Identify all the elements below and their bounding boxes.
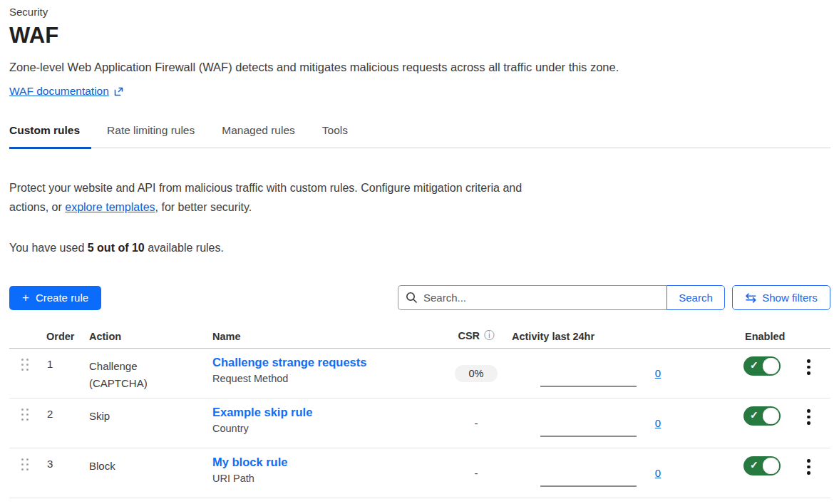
create-rule-label: Create rule [36,292,88,304]
enabled-toggle[interactable]: ✓ [743,456,781,475]
row-order: 3 [41,448,80,498]
search-icon [406,292,418,304]
tab-rate-limiting-rules[interactable]: Rate limiting rules [107,124,195,148]
show-filters-button[interactable]: ⇆ Show filters [732,285,830,310]
activity-cell [512,448,647,498]
header-enabled: Enabled [741,331,787,348]
activity-sparkline [540,386,637,387]
info-icon[interactable]: ⓘ [484,329,495,342]
check-icon: ✓ [750,409,758,421]
row-order: 1 [41,349,80,398]
enabled-toggle[interactable]: ✓ [743,356,781,376]
rule-field: Country [212,423,433,434]
toggle-knob [763,358,779,374]
page-description: Zone-level Web Application Firewall (WAF… [9,61,830,74]
rule-name-link[interactable]: Challenge strange requests [212,356,366,369]
toolbar: + Create rule Search ⇆ Show filters [9,285,830,310]
swap-arrows-icon: ⇆ [745,291,756,304]
external-link-icon [113,86,124,97]
show-filters-label: Show filters [762,292,818,304]
header-order: Order [41,331,80,348]
rule-action: Skip [80,398,203,448]
plus-icon: + [22,292,29,304]
table-header-row: Order Action Name CSR ⓘ Activity last 24… [9,325,830,349]
drag-handle[interactable] [9,448,41,498]
enabled-toggle[interactable]: ✓ [743,406,781,426]
breadcrumb: Security [9,6,830,18]
header-csr-label: CSR [458,330,480,341]
toggle-knob [763,458,779,474]
create-rule-button[interactable]: + Create rule [9,286,101,310]
rule-name-link[interactable]: Example skip rule [212,406,312,419]
intro-after: , for better security. [155,201,252,213]
tab-custom-rules[interactable]: Custom rules [9,124,80,148]
row-order: 2 [41,398,80,448]
usage-count: 5 out of 10 [88,242,145,254]
rule-field: Request Method [212,373,433,384]
waf-page: Security WAF Zone-level Web Application … [0,0,839,498]
rule-name-link[interactable]: My block rule [212,456,287,469]
header-action: Action [80,331,203,348]
activity-count-link[interactable]: 0 [655,417,661,429]
activity-cell [512,349,647,398]
header-activity: Activity last 24hr [512,331,647,348]
table-row: 3 Block My block rule URI Path - 0 ✓ [9,448,830,498]
usage-prefix: You have used [9,242,88,254]
rule-action: Challenge (CAPTCHA) [80,349,203,398]
csr-value: - [475,467,478,479]
kebab-menu-icon[interactable] [803,458,815,498]
rule-action: Block [80,448,203,498]
drag-handle-icon [21,458,29,470]
tab-managed-rules[interactable]: Managed rules [222,124,295,148]
activity-sparkline [540,485,637,487]
intro-text: Protect your website and API from malici… [9,178,540,217]
check-icon: ✓ [750,459,758,470]
tab-bar: Custom rules Rate limiting rules Managed… [9,124,830,148]
usage-text: You have used 5 out of 10 available rule… [9,242,830,254]
drag-handle-icon [21,408,29,421]
drag-handle[interactable] [9,349,41,398]
table-body: 1 Challenge (CAPTCHA) Challenge strange … [9,349,830,498]
explore-templates-link[interactable]: explore templates [65,201,155,213]
header-csr: CSR ⓘ [458,329,494,348]
activity-sparkline [540,436,637,437]
table-row: 2 Skip Example skip rule Country - 0 ✓ [9,398,830,448]
page-title: WAF [9,23,830,48]
waf-documentation-label: WAF documentation [9,85,109,98]
search-input[interactable] [423,292,659,304]
activity-cell [512,398,647,448]
waf-documentation-link[interactable]: WAF documentation [9,85,124,98]
table-row: 1 Challenge (CAPTCHA) Challenge strange … [9,349,830,398]
activity-count-link[interactable]: 0 [655,367,661,379]
kebab-menu-icon[interactable] [803,358,815,398]
custom-rules-table: Order Action Name CSR ⓘ Activity last 24… [9,325,830,498]
header-name: Name [203,331,441,348]
search-group: Search ⇆ Show filters [398,285,830,310]
activity-count-link[interactable]: 0 [655,467,661,479]
rule-field: URI Path [212,473,433,484]
drag-handle-icon [21,359,29,371]
check-icon: ✓ [750,359,758,371]
header-spacer [9,342,41,348]
tab-tools[interactable]: Tools [322,124,348,148]
kebab-menu-icon[interactable] [803,408,815,448]
usage-suffix: available rules. [145,242,224,254]
drag-handle[interactable] [9,398,41,448]
search-box [398,285,666,310]
csr-value: 0% [455,365,498,382]
toggle-knob [763,408,779,424]
search-button[interactable]: Search [666,285,725,310]
csr-value: - [475,417,478,429]
